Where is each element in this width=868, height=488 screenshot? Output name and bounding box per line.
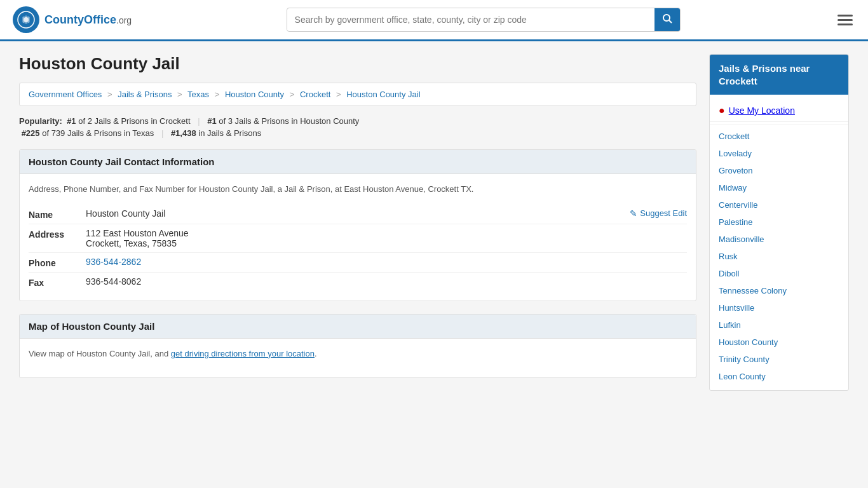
suggest-edit-icon: ✎ [630, 208, 637, 219]
sidebar-item: Rusk [710, 248, 848, 265]
contact-table: Name Houston County Jail ✎ Suggest Edit … [29, 205, 687, 292]
sidebar-link-midway[interactable]: Midway [719, 183, 747, 193]
site-header: CountyOffice.org [0, 0, 868, 41]
popularity-label: Popularity: [19, 116, 62, 126]
sidebar-item: Diboll [710, 265, 848, 282]
search-input[interactable] [287, 10, 654, 30]
sidebar-item: Groveton [710, 162, 848, 179]
sidebar-link-diboll[interactable]: Diboll [719, 269, 740, 278]
breadcrumb-item[interactable]: Houston County Jail [346, 90, 420, 99]
address-line1: 112 East Houston Avenue [86, 228, 687, 238]
suggest-edit-link[interactable]: ✎ Suggest Edit [630, 208, 687, 219]
sidebar-link-palestine[interactable]: Palestine [719, 217, 752, 227]
sidebar-link-huntsville[interactable]: Huntsville [719, 303, 754, 313]
sidebar-item: Tennessee Colony [710, 282, 848, 299]
sidebar-link-houston-county[interactable]: Houston County [719, 337, 778, 347]
sidebar-box: Jails & Prisons near Crockett ● Use My L… [709, 54, 849, 391]
location-pin-icon: ● [719, 105, 725, 116]
svg-point-2 [663, 15, 670, 21]
search-button[interactable] [654, 8, 680, 31]
logo-text: CountyOffice.org [44, 13, 132, 27]
map-desc-prefix: View map of Houston County Jail, and [29, 349, 171, 358]
sidebar-list: ● Use My Location Crockett Lovelady Grov… [710, 95, 848, 390]
sidebar: Jails & Prisons near Crockett ● Use My L… [709, 54, 849, 391]
sidebar-item: Lovelady [710, 145, 848, 162]
logo-area: CountyOffice.org [13, 6, 132, 33]
phone-value: 936-544-2862 [86, 257, 687, 267]
breadcrumb-item[interactable]: Texas [187, 90, 209, 99]
menu-button[interactable] [835, 12, 855, 28]
contact-description: Address, Phone Number, and Fax Number fo… [29, 183, 687, 196]
contact-phone-row: Phone 936-544-2862 [29, 253, 687, 273]
popularity-section: Popularity: #1 of 2 Jails & Prisons in C… [19, 116, 696, 138]
sidebar-item: Trinity County [710, 351, 848, 368]
search-bar[interactable] [287, 8, 681, 32]
sidebar-item: Palestine [710, 214, 848, 231]
svg-line-3 [669, 20, 672, 23]
address-label: Address [29, 228, 86, 240]
sidebar-item: Huntsville [710, 299, 848, 316]
sidebar-link-leon-county[interactable]: Leon County [719, 372, 766, 381]
breadcrumb-item[interactable]: Crockett [300, 90, 330, 99]
sidebar-link-tennessee-colony[interactable]: Tennessee Colony [719, 286, 787, 295]
sidebar-item: Madisonville [710, 231, 848, 248]
breadcrumb-separator: > [177, 90, 182, 99]
sidebar-link-madisonville[interactable]: Madisonville [719, 234, 764, 244]
popularity-row-2: #225 of 739 Jails & Prisons in Texas | #… [19, 128, 696, 138]
logo-icon [13, 6, 39, 33]
map-section-header: Map of Houston County Jail [20, 315, 696, 339]
sidebar-header: Jails & Prisons near Crockett [710, 55, 848, 95]
map-desc-suffix: . [315, 349, 317, 358]
contact-section-header: Houston County Jail Contact Information [20, 150, 696, 174]
sidebar-item: Leon County [710, 368, 848, 385]
sidebar-divider [710, 125, 848, 125]
sidebar-link-centerville[interactable]: Centerville [719, 200, 757, 210]
sidebar-link-rusk[interactable]: Rusk [719, 252, 738, 261]
sidebar-item: Midway [710, 179, 848, 196]
sidebar-item: Houston County [710, 334, 848, 351]
menu-icon-line [837, 15, 853, 17]
address-line2: Crockett, Texas, 75835 [86, 238, 687, 248]
suggest-edit-label: Suggest Edit [640, 208, 687, 218]
breadcrumb-separator: > [336, 90, 341, 99]
breadcrumb: Government Offices > Jails & Prisons > T… [19, 83, 696, 106]
content-area: Houston County Jail Government Offices >… [19, 54, 696, 391]
sidebar-item: Crockett [710, 128, 848, 145]
fax-value: 936-544-8062 [86, 276, 687, 287]
name-value: Houston County Jail [86, 208, 165, 219]
sidebar-link-lovelady[interactable]: Lovelady [719, 149, 752, 158]
menu-icon-line [837, 24, 853, 25]
use-my-location-link[interactable]: Use My Location [729, 105, 795, 116]
name-value-area: Houston County Jail ✎ Suggest Edit [86, 208, 687, 219]
phone-link[interactable]: 936-544-2862 [86, 257, 141, 267]
contact-address-row: Address 112 East Houston Avenue Crockett… [29, 224, 687, 253]
main-container: Houston County Jail Government Offices >… [0, 41, 868, 403]
sidebar-item: Centerville [710, 196, 848, 214]
contact-name-row: Name Houston County Jail ✎ Suggest Edit [29, 205, 687, 224]
use-my-location-item[interactable]: ● Use My Location [710, 100, 848, 122]
sidebar-link-groveton[interactable]: Groveton [719, 166, 752, 175]
page-title: Houston County Jail [19, 54, 696, 74]
map-section: Map of Houston County Jail View map of H… [19, 314, 696, 379]
contact-fax-row: Fax 936-544-8062 [29, 273, 687, 292]
sidebar-link-trinity-county[interactable]: Trinity County [719, 355, 770, 364]
sidebar-link-crockett[interactable]: Crockett [719, 132, 749, 141]
popularity-row: Popularity: #1 of 2 Jails & Prisons in C… [19, 116, 696, 126]
map-directions-link[interactable]: get driving directions from your locatio… [171, 349, 315, 358]
breadcrumb-separator: > [107, 90, 112, 99]
map-description: View map of Houston County Jail, and get… [29, 348, 687, 360]
contact-section: Houston County Jail Contact Information … [19, 149, 696, 301]
menu-icon-line [837, 19, 853, 21]
breadcrumb-separator: > [215, 90, 220, 99]
breadcrumb-item[interactable]: Government Offices [29, 90, 102, 99]
breadcrumb-item[interactable]: Houston County [225, 90, 284, 99]
map-section-body: View map of Houston County Jail, and get… [20, 339, 696, 378]
breadcrumb-item[interactable]: Jails & Prisons [118, 90, 172, 99]
fax-label: Fax [29, 276, 86, 288]
address-value: 112 East Houston Avenue Crockett, Texas,… [86, 228, 687, 248]
breadcrumb-separator: > [290, 90, 295, 99]
contact-section-body: Address, Phone Number, and Fax Number fo… [20, 174, 696, 301]
phone-label: Phone [29, 257, 86, 268]
sidebar-item: Lufkin [710, 316, 848, 334]
sidebar-link-lufkin[interactable]: Lufkin [719, 320, 741, 330]
